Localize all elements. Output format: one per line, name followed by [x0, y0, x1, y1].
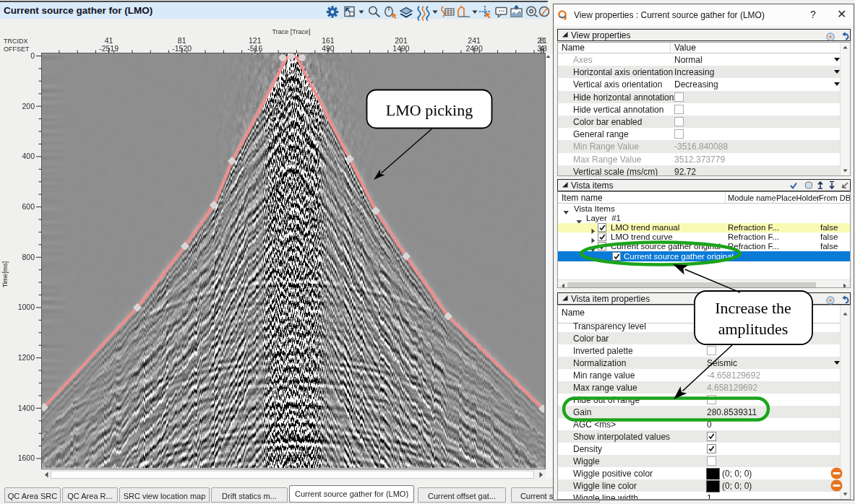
svg-text:LMO picking: LMO picking	[386, 101, 473, 119]
svg-text:amplitudes: amplitudes	[718, 320, 789, 338]
svg-text:Increase the: Increase the	[715, 299, 791, 317]
